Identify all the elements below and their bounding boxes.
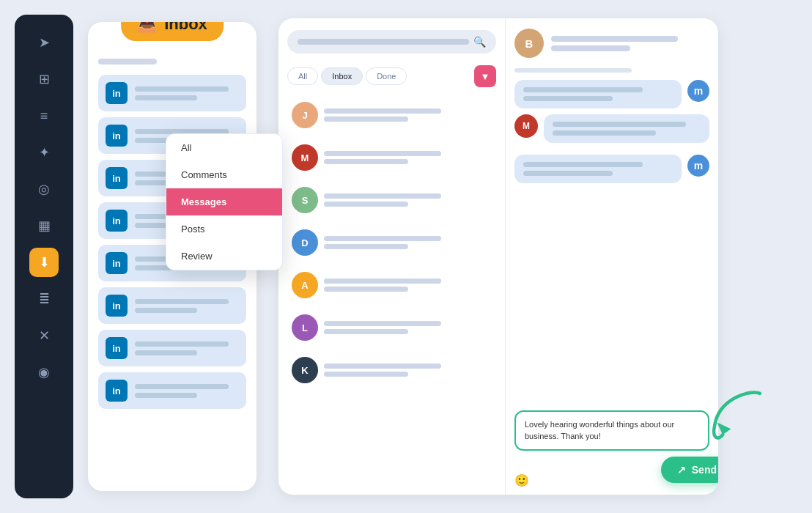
divider-bar	[514, 68, 632, 73]
send-button[interactable]: ↗ Send	[661, 457, 718, 483]
msg-line	[324, 329, 408, 334]
sidebar-item-dashboard[interactable]: ⊞	[29, 64, 59, 94]
msg-line	[324, 287, 408, 292]
inbox-title-bar: 📥 Inbox	[121, 22, 224, 41]
message-bubble	[544, 114, 709, 143]
sidebar-item-tools[interactable]: ✕	[29, 321, 59, 350]
inbox-title-text: Inbox	[164, 22, 207, 34]
inbox-item-lines	[135, 299, 239, 313]
avatar: L	[292, 314, 318, 341]
message-row[interactable]: A	[287, 266, 496, 304]
inbox-line	[135, 299, 229, 304]
bubble-line	[523, 96, 613, 101]
right-top-bar: B	[514, 29, 709, 58]
linkedin-icon: in	[106, 82, 128, 104]
linkedin-icon: in	[106, 295, 128, 317]
message-row[interactable]: K	[287, 351, 496, 389]
inbox-line	[135, 393, 197, 398]
dropdown-item-review[interactable]: Review	[166, 243, 282, 270]
dropdown-item-posts[interactable]: Posts	[166, 215, 282, 243]
conversation-panel: B m M	[506, 18, 718, 495]
bubble-line	[523, 171, 613, 176]
search-input-placeholder	[298, 39, 469, 45]
sidebar-item-network[interactable]: ✦	[29, 138, 59, 167]
msg-lines	[324, 363, 492, 377]
sidebar-item-library[interactable]: ≣	[29, 284, 59, 314]
avatar: S	[292, 187, 318, 213]
message-bubble-group: m	[514, 80, 709, 114]
msg-line	[324, 236, 441, 241]
avatar: K	[292, 357, 318, 383]
bubble-line	[523, 162, 643, 167]
msg-lines	[324, 193, 492, 207]
inbox-title-icon: 📥	[137, 22, 157, 34]
sidebar-item-support[interactable]: ◉	[29, 358, 59, 387]
inbox-line	[135, 86, 229, 92]
msg-line	[324, 108, 441, 114]
avatar: M	[292, 144, 318, 171]
sidebar-item-inbox[interactable]: ⬇	[29, 248, 59, 277]
inbox-line	[135, 384, 229, 389]
contact-name-line	[551, 36, 678, 42]
message-row[interactable]: M	[287, 139, 496, 177]
msg-line	[324, 278, 441, 284]
msg-line	[324, 244, 408, 249]
msg-line	[324, 193, 441, 199]
msg-line	[324, 117, 408, 122]
reply-text-box[interactable]: Lovely hearing wonderful things about ou…	[514, 410, 709, 451]
inbox-line	[135, 350, 197, 355]
msg-line	[324, 321, 441, 326]
search-icon[interactable]: 🔍	[473, 36, 486, 48]
tab-inbox[interactable]: Inbox	[321, 67, 363, 85]
msg-lines	[324, 278, 492, 292]
tab-done[interactable]: Done	[366, 67, 407, 85]
message-row[interactable]: S	[287, 181, 496, 219]
sidebar-item-send[interactable]: ➤	[29, 28, 59, 57]
send-label: Send	[692, 464, 717, 476]
message-row[interactable]: J	[287, 96, 496, 134]
filter-dropdown[interactable]: All Comments Messages Posts Review	[166, 133, 283, 270]
emoji-icon[interactable]: 🙂	[514, 473, 529, 487]
list-item[interactable]: in	[98, 372, 246, 409]
bubble-line	[553, 130, 656, 136]
msg-lines	[324, 321, 492, 334]
main-content-panel: 🔍 All Inbox Done ▼ J M	[278, 18, 718, 495]
sidebar-item-chat[interactable]: ≡	[29, 101, 59, 130]
msg-lines	[324, 108, 492, 122]
tab-all[interactable]: All	[287, 67, 318, 85]
m-badge: m	[687, 80, 709, 102]
list-item[interactable]: in	[98, 287, 246, 324]
linkedin-icon: in	[106, 167, 128, 189]
message-row[interactable]: D	[287, 224, 496, 262]
avatar: D	[292, 229, 318, 256]
inbox-item-lines	[135, 342, 239, 355]
send-icon: ↗	[677, 464, 686, 476]
sidebar-item-analytics[interactable]: ▦	[29, 211, 59, 240]
linkedin-icon: in	[106, 210, 128, 232]
search-bar[interactable]: 🔍	[287, 30, 496, 53]
dropdown-item-comments[interactable]: Comments	[166, 161, 282, 188]
inbox-item-lines	[135, 384, 239, 398]
m-badge: m	[687, 155, 709, 177]
main-wrapper: ➤ ⊞ ≡ ✦ ◎ ▦ ⬇ ≣ ✕ ◉ 📥 Inbox in in	[0, 0, 812, 513]
message-bubble-group: m	[514, 155, 709, 189]
contact-sub-line	[551, 45, 630, 51]
msg-lines	[324, 236, 492, 249]
svg-marker-0	[717, 422, 731, 435]
msg-lines	[324, 151, 492, 164]
filter-button[interactable]: ▼	[474, 65, 496, 87]
dropdown-item-all[interactable]: All	[166, 134, 282, 161]
list-item[interactable]: in	[98, 75, 246, 111]
sidebar: ➤ ⊞ ≡ ✦ ◎ ▦ ⬇ ≣ ✕ ◉	[15, 15, 73, 498]
message-row[interactable]: L	[287, 309, 496, 347]
inbox-line	[135, 308, 197, 313]
bubble-line	[523, 87, 643, 92]
dropdown-item-messages[interactable]: Messages	[166, 188, 282, 215]
msg-line	[324, 372, 408, 377]
sidebar-item-settings[interactable]: ◎	[29, 174, 59, 204]
msg-line	[324, 159, 408, 164]
contact-avatar: B	[514, 29, 544, 58]
linkedin-icon: in	[106, 125, 128, 147]
list-item[interactable]: in	[98, 330, 246, 366]
msg-line	[324, 363, 441, 369]
